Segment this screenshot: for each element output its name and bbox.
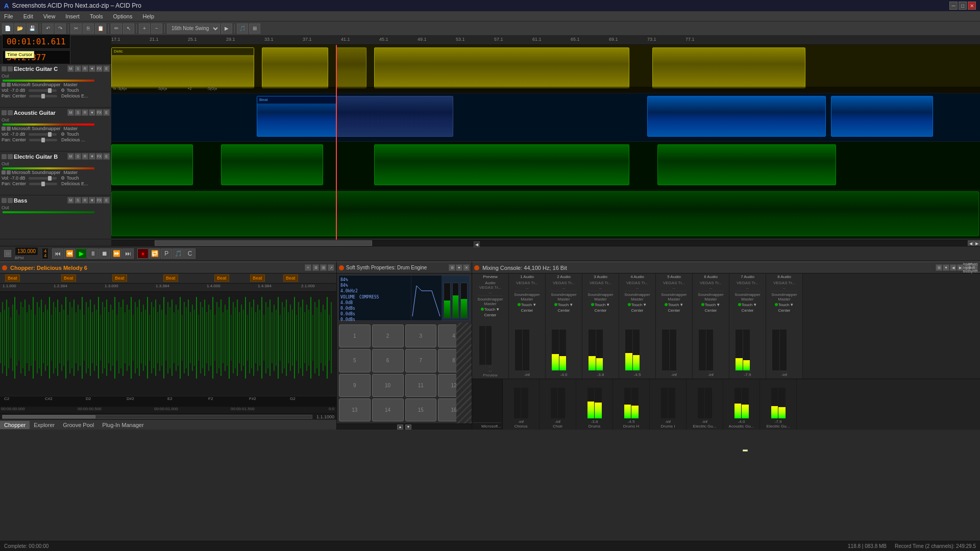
drum-pad-10[interactable]: 10 — [372, 374, 404, 397]
metronome-tb-button[interactable]: 🎵 — [173, 248, 184, 259]
forward-button[interactable]: ⏩ — [111, 248, 122, 259]
pause-button[interactable]: ⏸ — [87, 248, 99, 259]
mixer-tb-1[interactable]: ⊞ — [936, 264, 942, 271]
forward-end-button[interactable]: ⏭ — [122, 248, 134, 259]
chopper-waveform-area[interactable] — [0, 292, 336, 396]
drum-more-button[interactable]: ▼ — [456, 264, 462, 271]
mixer-insert-soft[interactable]: Insert Soft Synth... — [971, 264, 978, 271]
copy-button[interactable]: ⎘ — [83, 23, 94, 34]
clip-3-4[interactable] — [657, 144, 836, 185]
chopper-export-button[interactable]: ↗ — [328, 264, 334, 271]
track-3-env[interactable]: E — [103, 153, 110, 160]
drum-pad-2[interactable]: 2 — [372, 324, 404, 347]
mixer-scroll-left[interactable]: ◀ — [474, 241, 480, 247]
track-3-pan-slider[interactable] — [29, 183, 57, 185]
drum-pad-9[interactable]: 9 — [339, 374, 371, 397]
track-1-solo[interactable]: S — [75, 65, 81, 72]
zoom-out-button[interactable]: − — [151, 23, 162, 34]
drum-close-button[interactable] — [339, 265, 344, 270]
timeline-scroll-thumb[interactable] — [155, 240, 372, 246]
track-2-pan-slider[interactable] — [29, 139, 57, 141]
clip-1-4[interactable] — [374, 47, 629, 88]
track-4-mute[interactable]: M — [67, 197, 74, 204]
track-1-mute[interactable]: M — [67, 65, 74, 72]
mixer-tb-3[interactable]: ◀ — [950, 264, 957, 271]
menu-view[interactable]: View — [41, 13, 58, 19]
clip-2-4[interactable] — [831, 96, 933, 137]
tempo-apply-button[interactable]: ▶ — [221, 23, 232, 34]
tab-chopper[interactable]: Chopper — [0, 421, 30, 429]
drum-close-x[interactable]: ✕ — [463, 264, 470, 271]
rewind-start-button[interactable]: ⏮ — [52, 248, 63, 259]
clip-3-2[interactable] — [221, 144, 323, 185]
close-button[interactable]: ✕ — [968, 2, 976, 10]
track-1-more[interactable]: ▼ — [89, 65, 95, 72]
track-4-fx[interactable]: FX — [96, 197, 103, 204]
track-1-content[interactable]: Delic fx -3(A)x -3(A)x +2 -5(G)x — [111, 45, 980, 93]
drum-pad-6[interactable]: 6 — [372, 349, 404, 372]
tempo-preset-dropdown[interactable]: 16th Note Swing — [167, 23, 220, 34]
redo-button[interactable]: ↷ — [55, 23, 66, 34]
chopper-settings-button[interactable]: ⚙ — [312, 264, 319, 271]
tab-explorer[interactable]: Explorer — [30, 421, 59, 429]
select-button[interactable]: ↖ — [123, 23, 134, 34]
drum-pad-5[interactable]: 5 — [339, 349, 371, 372]
play-button[interactable]: ▶ — [76, 248, 87, 259]
menu-help[interactable]: Help — [140, 13, 156, 19]
timeline-scrollbar[interactable]: ◀ ▶ — [111, 240, 980, 246]
minimize-button[interactable]: ─ — [949, 2, 958, 10]
drum-pad-13[interactable]: 13 — [339, 398, 371, 421]
track-4-arm[interactable]: R — [82, 197, 88, 204]
record-button[interactable]: ● — [137, 248, 149, 259]
cut-button[interactable]: ✂ — [70, 23, 82, 34]
undo-button[interactable]: ↶ — [42, 23, 54, 34]
track-2-env[interactable]: E — [103, 109, 110, 116]
clip-1-5[interactable] — [652, 47, 805, 88]
track-1-env[interactable]: E — [103, 65, 110, 72]
drum-scroll-up[interactable]: ▲ — [397, 424, 403, 430]
track-2-content[interactable]: Beat — [111, 93, 980, 142]
rewind-button[interactable]: ⏪ — [64, 248, 75, 259]
loop-button[interactable]: 🔁 — [149, 248, 160, 259]
clip-1-1[interactable]: Delic — [111, 47, 254, 88]
drum-pad-14[interactable]: 14 — [372, 398, 404, 421]
clip-1-2[interactable] — [262, 47, 328, 88]
track-4-solo[interactable]: S — [75, 197, 81, 204]
track-3-content[interactable] — [111, 142, 980, 190]
track-3-fx[interactable]: FX — [96, 153, 103, 160]
track-2-solo[interactable]: S — [75, 109, 81, 116]
tab-groove-pool[interactable]: Groove Pool — [59, 421, 98, 429]
scroll-left-arrow[interactable]: ◀ — [968, 240, 974, 246]
chopper-scroll-thumb-area[interactable] — [2, 415, 312, 419]
track-1-vol-slider[interactable] — [29, 89, 57, 92]
track-3-vol-slider[interactable] — [29, 177, 57, 180]
track-2-arm[interactable]: R — [82, 109, 88, 116]
track-3-solo[interactable]: S — [75, 153, 81, 160]
track-4-content[interactable] — [111, 190, 980, 239]
drum-pad-15[interactable]: 15 — [405, 398, 437, 421]
snap-button[interactable]: ⊞ — [249, 23, 260, 34]
chopper-add-button[interactable]: + — [305, 264, 311, 271]
track-2-vol-slider[interactable] — [29, 133, 57, 136]
mixer-close-button[interactable] — [474, 265, 479, 270]
drum-fader-3[interactable] — [460, 283, 468, 318]
track-3-more[interactable]: ▼ — [89, 153, 95, 160]
drum-pad-3[interactable]: 3 — [405, 324, 437, 347]
drum-scroll-down[interactable]: ▼ — [405, 424, 411, 430]
clip-3-1[interactable] — [111, 144, 193, 185]
clip-4-1[interactable] — [111, 191, 979, 236]
track-2-more[interactable]: ▼ — [89, 109, 95, 116]
track-2-fx[interactable]: FX — [96, 109, 103, 116]
clip-3-3[interactable] — [374, 144, 629, 185]
paste-button[interactable]: 📋 — [95, 23, 106, 34]
menu-file[interactable]: File — [2, 13, 15, 19]
menu-edit[interactable]: Edit — [21, 13, 35, 19]
track-4-more[interactable]: ▼ — [89, 197, 95, 204]
clip-2-2[interactable] — [336, 96, 453, 137]
drum-fader-2[interactable] — [452, 283, 459, 318]
drum-pad-1[interactable]: 1 — [339, 324, 371, 347]
track-2-mute[interactable]: M — [67, 109, 74, 116]
drum-settings-button[interactable]: ⚙ — [449, 264, 455, 271]
menu-options[interactable]: Options — [111, 13, 135, 19]
track-1-pan-slider[interactable] — [29, 95, 57, 97]
